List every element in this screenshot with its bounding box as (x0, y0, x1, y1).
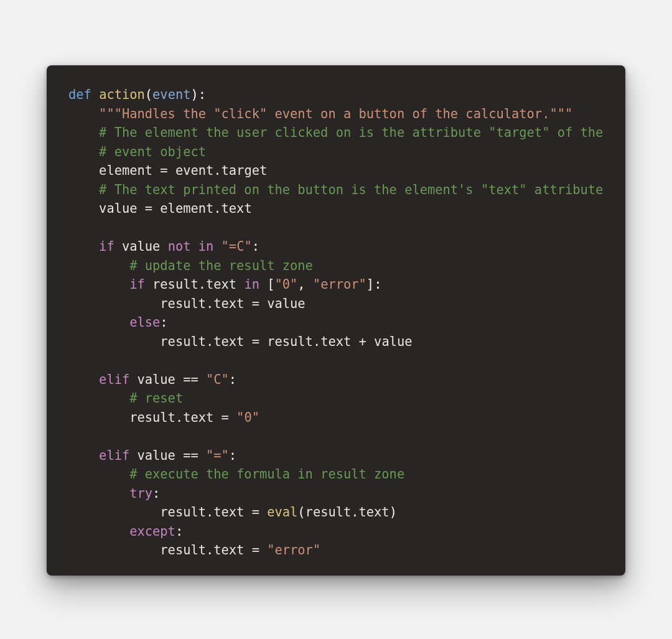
func-name: action (99, 87, 145, 102)
id-result-text: result.text (152, 277, 236, 292)
space (114, 239, 122, 254)
assign: = (152, 163, 175, 178)
comment: # The element the user clicked on is the… (99, 125, 603, 140)
indent (68, 201, 99, 216)
kw-def: def (68, 87, 91, 102)
rparen: ) (190, 87, 198, 102)
indent (68, 334, 160, 349)
id-result-text: result.text (160, 543, 244, 557)
colon: : (152, 486, 160, 501)
colon: : (175, 524, 183, 539)
indent (68, 372, 99, 387)
string-C: "C" (206, 372, 229, 387)
id-result-text: result.text (160, 296, 244, 311)
space (190, 239, 198, 254)
id-value: value (138, 448, 175, 463)
kw-in: in (198, 239, 214, 254)
space (236, 277, 244, 292)
indent (68, 144, 99, 159)
comment: # The text printed on the button is the … (99, 182, 603, 197)
indent (68, 163, 99, 178)
colon: : (229, 372, 236, 387)
kw-try: try (129, 486, 152, 501)
indent (68, 448, 99, 463)
indent (68, 239, 99, 254)
colon: : (160, 315, 167, 330)
indent (68, 315, 129, 330)
string-error: "error" (313, 277, 366, 292)
id-result-text: result.text (267, 334, 351, 349)
kw-if: if (129, 277, 145, 292)
comma: , (297, 277, 313, 292)
comment: # update the result zone (129, 258, 313, 273)
assign: = (244, 505, 267, 520)
kw-not: not (168, 239, 191, 254)
kw-elif: elif (99, 448, 129, 463)
indent (68, 410, 129, 425)
assign: = (213, 410, 236, 425)
space (213, 239, 221, 254)
space (91, 87, 99, 102)
id-result-text: result.text (306, 505, 390, 520)
colon: : (198, 87, 206, 102)
comment: # execute the formula in result zone (129, 467, 404, 482)
eqeq: == (175, 448, 206, 463)
string-eqC: "=C" (222, 239, 252, 254)
kw-in: in (244, 277, 259, 292)
indent (68, 125, 99, 140)
code-content: def action(event): """Handles the "click… (68, 85, 604, 560)
string-0: "0" (275, 277, 298, 292)
indent (68, 391, 129, 406)
assign: = (138, 201, 161, 216)
docstring: """Handles the "click" event on a button… (99, 106, 572, 121)
param-event: event (152, 87, 190, 102)
lparen: ( (297, 505, 305, 520)
fn-eval: eval (267, 505, 297, 520)
string-eq: "=" (206, 448, 229, 463)
id-value: value (99, 201, 137, 216)
comment: # reset (129, 391, 183, 406)
kw-elif: elif (99, 372, 129, 387)
page-stage: def action(event): """Handles the "click… (0, 0, 672, 639)
code-block: def action(event): """Handles the "click… (47, 65, 625, 576)
id-value: value (138, 372, 175, 387)
lparen: ( (145, 87, 152, 102)
colon: : (374, 277, 381, 292)
eqeq: == (175, 372, 206, 387)
space (129, 448, 137, 463)
space (259, 277, 267, 292)
indent (68, 543, 160, 557)
assign: = (244, 296, 267, 311)
indent (68, 486, 129, 501)
id-element: element (99, 163, 152, 178)
assign: = (244, 543, 267, 557)
indent (68, 505, 160, 520)
indent (68, 524, 129, 539)
indent (68, 277, 129, 292)
indent (68, 296, 160, 311)
lbracket: [ (267, 277, 274, 292)
colon: : (252, 239, 259, 254)
id-event-target: event.target (175, 163, 267, 178)
indent (68, 258, 129, 273)
space (160, 239, 167, 254)
id-value: value (122, 239, 160, 254)
assign: = (244, 334, 267, 349)
indent (68, 182, 99, 197)
space (129, 372, 137, 387)
kw-else: else (129, 315, 160, 330)
id-value: value (374, 334, 412, 349)
id-result-text: result.text (129, 410, 213, 425)
kw-if: if (99, 239, 114, 254)
string-0: "0" (236, 410, 259, 425)
indent (68, 106, 99, 121)
colon: : (229, 448, 236, 463)
rparen: ) (390, 505, 397, 520)
space (145, 277, 152, 292)
string-error: "error" (267, 543, 320, 557)
id-value: value (267, 296, 305, 311)
kw-except: except (129, 524, 175, 539)
plus: + (351, 334, 374, 349)
comment: # event object (99, 144, 206, 159)
rbracket: ] (366, 277, 374, 292)
